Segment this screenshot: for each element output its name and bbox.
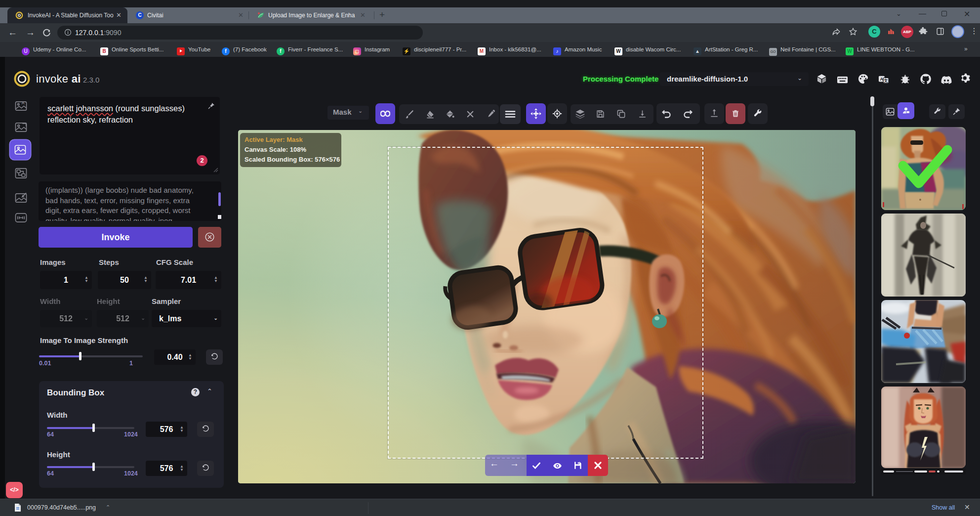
svg-text:A: A <box>21 100 24 105</box>
svg-text:文: 文 <box>883 78 888 83</box>
